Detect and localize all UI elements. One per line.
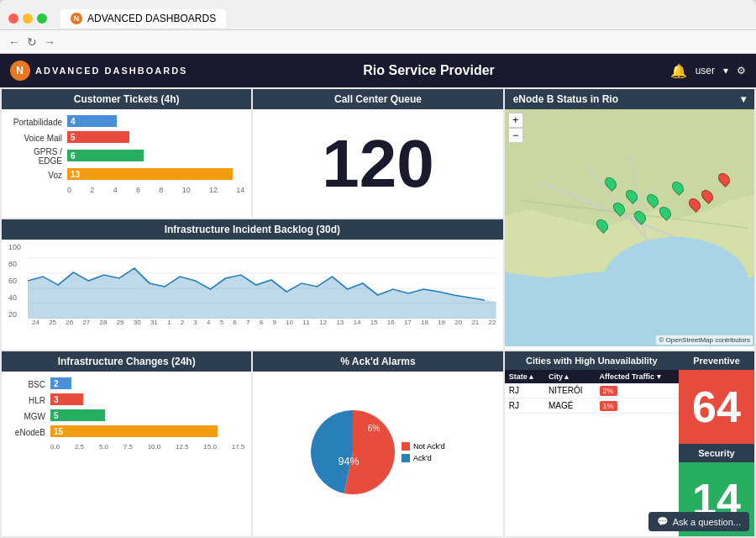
app-logo: N ADVANCED DASHBOARDS [10, 61, 187, 81]
top-bar: N ADVANCED DASHBOARDS Rio Service Provid… [0, 54, 756, 87]
forward-button[interactable]: → [44, 35, 55, 49]
bar-label-voicemail: Voice Mail [8, 134, 67, 143]
infra-changes-chart: BSC 2 HLR 3 MGW 5 eNodeB 15 [2, 372, 251, 454]
pie-label-ackd: 6% [368, 424, 381, 433]
axis-4: 4 [113, 186, 118, 194]
x-3: 3 [193, 319, 197, 326]
map-body: + − © OpenStreetMap contributors [505, 109, 754, 346]
x-17: 17 [404, 319, 412, 326]
close-dot[interactable] [8, 13, 18, 24]
legend-dot-ackd [402, 454, 410, 462]
traffic-lights [8, 13, 47, 24]
bar-mgw: 5 [50, 409, 105, 421]
x-31: 31 [150, 319, 158, 326]
bar-hlr: 3 [50, 393, 83, 405]
nav-bar: ← ↻ → [0, 30, 756, 54]
minimize-dot[interactable] [23, 13, 33, 24]
x-axis-labels: 24 25 26 27 28 29 30 31 1 2 3 4 5 6 7 8 … [8, 319, 496, 326]
x-18: 18 [421, 319, 428, 326]
bar-label-portabilidade: Portabilidade [8, 118, 67, 127]
traffic-badge-1: 2% [600, 386, 617, 396]
settings-icon[interactable]: ⚙ [737, 65, 746, 76]
x-15: 15 [370, 319, 378, 326]
x-1: 1 [167, 319, 171, 326]
col-city: City ▴ [544, 370, 596, 383]
backlog-body: 100 80 60 40 20 [2, 240, 503, 330]
svg-marker-15 [28, 268, 496, 319]
browser-tab[interactable]: N ADVANCED DASHBOARDS [60, 9, 226, 28]
bar-container-voicemail: 5 [67, 131, 244, 145]
x-16: 16 [387, 319, 395, 326]
x-11: 11 [302, 319, 310, 326]
bar-container-gprs: 6 [67, 150, 244, 163]
alarms-panel: % Ack'd Alarms 94% 6% Not Ack'd Ack'd [253, 351, 502, 536]
x-9: 9 [272, 319, 276, 326]
x-30: 30 [134, 319, 141, 326]
x-8: 8 [260, 319, 263, 326]
y-80: 80 [8, 260, 21, 268]
pie-label-not-ackd: 94% [339, 456, 360, 467]
security-header: Security [679, 444, 754, 462]
ask-question-button[interactable]: 💬 Ask a question... [648, 512, 749, 531]
zoom-in-button[interactable]: + [508, 113, 523, 128]
app-name: ADVANCED DASHBOARDS [35, 66, 187, 76]
cell-traffic-2: 1% [596, 398, 679, 414]
enode-map-header: eNode B Status in Rio ▾ [505, 89, 754, 109]
alarms-header: % Ack'd Alarms [253, 351, 502, 372]
line-chart-area [28, 243, 496, 319]
bar-row-enodeb: eNodeB 15 [8, 425, 244, 439]
bar-label-enodeb: eNodeB [8, 428, 50, 437]
bar-container-mgw: 5 [50, 409, 244, 423]
x-10: 10 [286, 319, 293, 326]
x-24: 24 [32, 319, 39, 326]
table-row: RJ NITERÓI 2% [505, 383, 679, 398]
chat-icon: 💬 [657, 516, 669, 527]
legend-label-not-ackd: Not Ack'd [413, 442, 445, 451]
bar-label-voz: Voz [8, 171, 67, 180]
back-button[interactable]: ← [8, 35, 20, 49]
refresh-button[interactable]: ↻ [27, 35, 37, 49]
maximize-dot[interactable] [37, 13, 47, 24]
preventive-security-stack: Preventive 64 Security 14 [679, 351, 754, 536]
bar-container-bsc: 2 [50, 377, 244, 391]
legend-label-ackd: Ack'd [413, 454, 432, 462]
backlog-header: Infrastructure Incident Backlog (30d) [2, 219, 503, 240]
call-center-header: Call Center Queue [253, 89, 502, 109]
x-4: 4 [207, 319, 210, 326]
call-center-panel: Call Center Queue 120 [253, 89, 502, 218]
cities-table-container: Cities with High Unavailability State ▴ … [505, 351, 679, 536]
infra-changes-panel: Infrastructure Changes (24h) BSC 2 HLR 3… [2, 351, 251, 536]
ask-question-label: Ask a question... [673, 517, 741, 527]
enode-map-title: eNode B Status in Rio [513, 93, 618, 105]
zoom-out-button[interactable]: − [508, 128, 523, 143]
cities-table: State ▴ City ▴ Affected Traffic ▾ RJ NIT… [505, 370, 679, 414]
cell-city-2: MAGÉ [544, 398, 596, 414]
table-row: RJ MAGÉ 1% [505, 398, 679, 414]
pie-legend: Not Ack'd Ack'd [402, 442, 445, 462]
bell-icon[interactable]: 🔔 [670, 63, 687, 79]
table-header-row: State ▴ City ▴ Affected Traffic ▾ [505, 370, 679, 383]
user-chevron: ▾ [723, 65, 728, 76]
backlog-panel: Infrastructure Incident Backlog (30d) 10… [2, 219, 503, 350]
x-26: 26 [66, 319, 73, 326]
bar-container-voz: 13 [67, 168, 244, 182]
legend-ackd: Ack'd [402, 454, 445, 462]
bar-gprs: 6 [67, 150, 144, 161]
y-axis-labels: 100 80 60 40 20 [8, 243, 24, 319]
tab-favicon: N [71, 13, 82, 24]
x-6: 6 [233, 319, 236, 326]
x-19: 19 [438, 319, 445, 326]
bar-label-gprs: GPRS / EDGE [8, 147, 67, 166]
bar-row-mgw: MGW 5 [8, 409, 244, 423]
x-28: 28 [100, 319, 108, 326]
legend-not-ackd: Not Ack'd [402, 442, 445, 451]
top-bar-right: 🔔 user ▾ ⚙ [670, 63, 746, 79]
bar-portabilidade: 4 [67, 115, 117, 127]
cities-table-header: Cities with High Unavailability [505, 351, 679, 370]
map-chevron-down[interactable]: ▾ [741, 93, 746, 105]
bar-row-portabilidade: Portabilidade 4 [8, 115, 244, 129]
axis-8: 8 [159, 186, 163, 194]
x-20: 20 [454, 319, 462, 326]
bar-row-hlr: HLR 3 [8, 393, 244, 407]
x-12: 12 [319, 319, 327, 326]
